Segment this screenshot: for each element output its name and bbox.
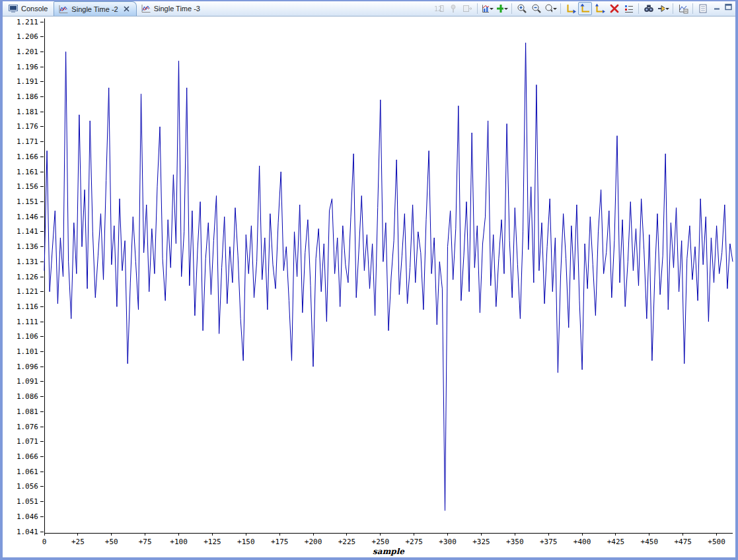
x-tick-label: +425 [607,538,625,546]
tab-console[interactable]: Console [4,1,54,16]
dropdown-arrow-icon[interactable] [553,8,557,10]
display-format-icon[interactable]: 12 [431,2,445,15]
x-tick-label: +450 [641,538,659,546]
x-tick-label: +300 [439,538,457,546]
graph-view[interactable]: 1.2111.2061.2011.1961.1911.1861.1811.176… [3,17,735,557]
graph-type-icon[interactable] [480,2,494,15]
zoom-mode-icon[interactable] [544,2,558,15]
y-tick-label: 1.076 [17,423,38,431]
export-data-icon[interactable] [461,2,474,15]
close-tab-icon[interactable] [123,5,130,13]
y-tick-label: 1.141 [17,227,38,236]
y-tick-label: 1.161 [17,168,38,176]
dropdown-arrow-icon[interactable] [490,8,494,10]
maximize-button[interactable] [724,3,733,11]
y-tick-label: 1.176 [17,122,38,131]
y-tick-label: 1.071 [17,437,38,446]
graph-properties-icon[interactable] [676,2,690,15]
y-tick-label: 1.146 [17,213,38,221]
x-tick-label: +275 [405,538,423,546]
x-tick-label: +100 [170,538,188,546]
graph-toolbar: 12 [431,1,712,16]
tab-single-time-3[interactable]: Single Time -3 [137,1,206,16]
x-tick-label: +400 [573,538,591,546]
view-menu-icon[interactable] [696,2,710,15]
x-tick-label: +250 [372,538,390,546]
x-tick-label: +375 [540,538,558,546]
y-tick-label: 1.196 [17,63,38,71]
toolbar-separator [673,3,673,14]
y-tick-label: 1.181 [17,108,38,116]
y-tick-label: 1.066 [17,452,38,461]
graph-icon [58,4,69,15]
y-tick-label: 1.156 [17,182,38,191]
x-tick-label: 0 [42,538,47,546]
x-tick-label: +200 [305,538,322,546]
toolbar-separator [511,3,512,14]
toolbar-separator [638,3,639,14]
y-tick-label: 1.121 [17,287,38,296]
y-tick-label: 1.171 [17,137,38,146]
pin-graph-icon[interactable] [446,2,460,15]
y-tick-label: 1.101 [17,347,38,356]
time-plot-canvas[interactable]: 1.2111.2061.2011.1961.1911.1861.1811.176… [3,17,735,559]
toolbar-separator [477,3,478,14]
toolbar-separator [560,3,561,14]
x-tick-label: +325 [472,538,490,546]
x-tick-label: +475 [674,538,692,546]
y-tick-label: 1.111 [17,318,38,326]
goto-address-icon[interactable] [656,2,670,15]
autoscale-y-icon[interactable] [578,2,592,15]
minimize-button[interactable] [713,3,722,11]
y-tick-label: 1.126 [17,273,38,281]
view-tab-bar: Console Single Time -2 Single Time -3 12 [3,1,735,17]
dropdown-arrow-icon[interactable] [665,8,669,10]
tab-label: Console [21,5,48,13]
y-tick-label: 1.166 [17,153,38,161]
y-tick-label: 1.136 [17,242,38,251]
x-tick-label: +25 [71,538,85,546]
dropdown-arrow-icon[interactable] [504,8,508,10]
x-tick-label: +125 [203,538,221,546]
y-tick-label: 1.051 [17,497,38,506]
tab-label: Single Time -3 [154,5,200,13]
zoom-out-icon[interactable] [529,2,543,15]
graph-icon [141,3,151,14]
y-tick-label: 1.041 [17,528,38,536]
y-tick-label: 1.096 [17,363,38,371]
y-tick-label: 1.061 [17,468,38,476]
y-tick-label: 1.081 [17,407,38,416]
y-tick-label: 1.056 [17,482,38,491]
reset-view-icon[interactable] [593,2,607,15]
legend-icon[interactable] [622,2,636,15]
zoom-in-icon[interactable] [515,2,529,15]
y-tick-label: 1.201 [17,48,38,56]
add-graph-icon[interactable] [495,2,509,15]
signal-trace [44,43,733,510]
y-tick-label: 1.106 [17,332,38,341]
y-tick-label: 1.086 [17,392,38,401]
x-tick-label: +500 [708,538,725,546]
x-tick-label: +225 [338,538,356,546]
y-tick-label: 1.211 [17,18,38,26]
tab-label: Single Time -2 [71,5,118,13]
x-tick-label: +175 [271,538,289,546]
y-tick-label: 1.191 [17,77,38,86]
tab-single-time-2[interactable]: Single Time -2 [54,1,136,16]
autoscale-x-icon[interactable] [564,2,577,15]
x-axis-title: sample [373,547,405,556]
clear-graph-icon[interactable] [607,2,621,15]
view-window-buttons [712,1,735,16]
y-tick-label: 1.186 [17,92,38,101]
y-tick-label: 1.091 [17,377,38,386]
y-tick-label: 1.151 [17,197,38,206]
y-tick-label: 1.116 [17,302,38,311]
y-tick-label: 1.131 [17,258,38,266]
x-tick-label: +75 [139,538,152,546]
x-tick-label: +50 [105,538,118,546]
x-tick-label: +350 [506,538,524,546]
y-tick-label: 1.046 [17,512,38,521]
y-tick-label: 1.206 [17,32,38,41]
search-icon[interactable] [642,2,655,15]
x-tick-label: +150 [237,538,255,546]
